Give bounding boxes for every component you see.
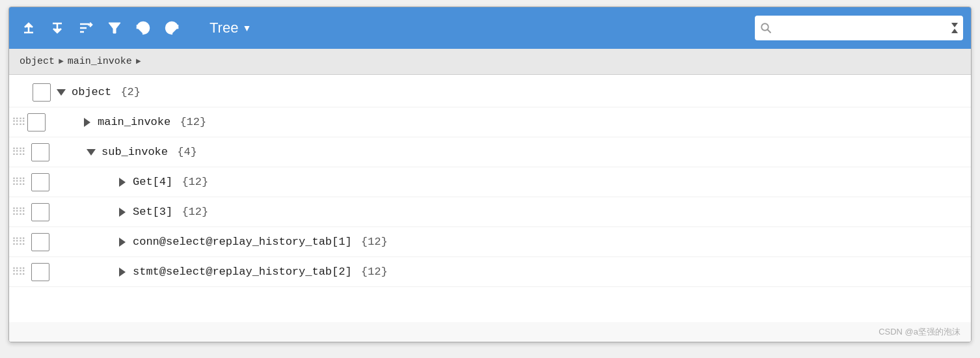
tree-chevron: ▼	[242, 23, 251, 33]
node-name-set: Set[3]	[133, 206, 172, 218]
drag-handle: ⠿⠿	[9, 176, 27, 189]
footer: CSDN @a坚强的泡沫	[9, 322, 971, 342]
node-count-conn: {12}	[355, 236, 388, 248]
main-container: Tree ▼ object ► main_invoke ► ⠿	[8, 7, 972, 342]
svg-point-9	[761, 23, 769, 31]
drag-handle: ⠿⠿	[9, 146, 27, 159]
sort-top-icon[interactable]	[17, 18, 40, 38]
search-prev-button[interactable]	[951, 23, 958, 27]
tree-content: ⠿ object {2} ⠿⠿ main_invoke {12} ⠿⠿ sub_…	[9, 75, 971, 322]
node-name-stmt: stmt@select@replay_history_tab[2]	[133, 266, 352, 278]
row-checkbox-object[interactable]	[33, 83, 51, 102]
row-checkbox-main-invoke[interactable]	[27, 113, 46, 131]
breadcrumb-main-invoke[interactable]: main_invoke	[68, 56, 132, 67]
row-checkbox-conn[interactable]	[31, 233, 49, 251]
toolbar: Tree ▼	[9, 7, 971, 49]
sort-list-icon[interactable]	[74, 18, 98, 38]
expand-arrow-main-invoke[interactable]	[81, 116, 94, 129]
node-count-stmt: {12}	[355, 266, 388, 278]
breadcrumb-object[interactable]: object	[20, 56, 55, 67]
tree-row: ⠿⠿ Set[3] {12}	[9, 197, 971, 227]
expand-arrow-conn[interactable]	[116, 236, 129, 249]
tree-row: ⠿⠿ conn@select@replay_history_tab[1] {12…	[9, 227, 971, 257]
search-icon	[760, 22, 772, 34]
node-count-set: {12}	[175, 206, 208, 218]
tree-label: Tree	[210, 20, 238, 36]
sort-bottom-icon[interactable]	[46, 18, 69, 38]
breadcrumb-arrow-1: ►	[59, 57, 64, 66]
node-count-main-invoke: {12}	[173, 116, 206, 128]
node-name-main-invoke: main_invoke	[98, 116, 170, 128]
node-name-object: object	[72, 86, 111, 98]
row-checkbox-get[interactable]	[31, 173, 49, 191]
tree-row: ⠿⠿ Get[4] {12}	[9, 167, 971, 197]
row-checkbox-set[interactable]	[31, 203, 49, 221]
node-name-sub-invoke: sub_invoke	[102, 146, 168, 158]
node-count-get: {12}	[175, 176, 208, 188]
redo-icon[interactable]	[160, 18, 184, 38]
search-box	[755, 16, 963, 40]
drag-handle: ⠿⠿	[9, 116, 27, 129]
expand-arrow-get[interactable]	[116, 176, 129, 189]
row-checkbox-stmt[interactable]	[31, 263, 49, 281]
svg-marker-8	[109, 23, 120, 33]
expand-arrow-object[interactable]	[55, 86, 68, 99]
node-name-get: Get[4]	[133, 176, 172, 188]
row-checkbox-sub-invoke[interactable]	[31, 143, 49, 161]
footer-credit: CSDN @a坚强的泡沫	[878, 327, 960, 337]
tree-row: ⠿⠿ sub_invoke {4}	[9, 137, 971, 167]
breadcrumb: object ► main_invoke ►	[9, 49, 971, 75]
tree-view-button[interactable]: Tree ▼	[202, 17, 259, 39]
node-name-conn: conn@select@replay_history_tab[1]	[133, 236, 352, 248]
expand-arrow-set[interactable]	[116, 206, 129, 219]
drag-handle: ⠿⠿	[9, 236, 27, 249]
node-count-sub-invoke: {4}	[170, 146, 197, 158]
search-next-button[interactable]	[951, 29, 958, 33]
drag-handle: ⠿⠿	[9, 266, 27, 279]
breadcrumb-arrow-2: ►	[136, 57, 141, 66]
drag-handle: ⠿⠿	[9, 206, 27, 219]
tree-row: ⠿⠿ stmt@select@replay_history_tab[2] {12…	[9, 257, 971, 287]
search-input[interactable]	[776, 22, 947, 34]
expand-arrow-sub-invoke[interactable]	[85, 146, 98, 159]
node-count-object: {2}	[114, 86, 141, 98]
tree-row: ⠿⠿ main_invoke {12}	[9, 107, 971, 137]
svg-line-10	[767, 29, 770, 33]
expand-arrow-stmt[interactable]	[116, 266, 129, 279]
filter-icon[interactable]	[103, 18, 126, 38]
undo-icon[interactable]	[131, 18, 155, 38]
search-arrows	[951, 23, 958, 33]
tree-row: ⠿ object {2}	[9, 77, 971, 107]
